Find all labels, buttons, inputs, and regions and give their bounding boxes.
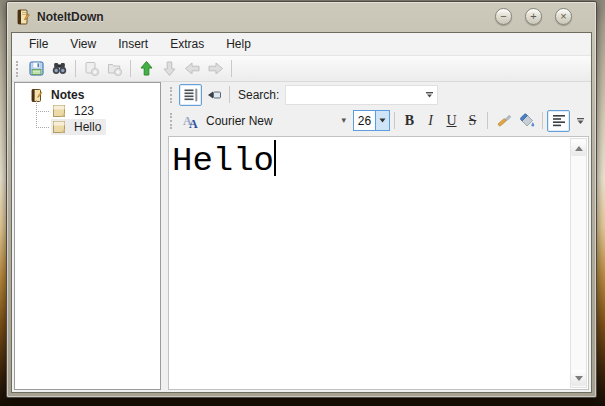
toolbar-separator: [542, 112, 543, 129]
desktop: { "window": { "title": "NoteItDown", "co…: [0, 0, 605, 406]
align-left-icon: [552, 114, 566, 127]
tree-item-label[interactable]: 123: [71, 104, 97, 118]
back-icon: [184, 60, 201, 77]
brush-icon: [495, 112, 513, 130]
notebook-icon: [30, 89, 43, 102]
strikethrough-button[interactable]: S: [462, 110, 483, 132]
search-label: Search:: [238, 88, 279, 102]
forward-button[interactable]: [204, 58, 227, 80]
chevron-down-icon: [425, 91, 434, 99]
minimize-button[interactable]: −: [495, 8, 512, 25]
save-icon: [28, 60, 45, 77]
menu-bar: File View Insert Extras Help: [12, 33, 591, 56]
move-up-button[interactable]: [135, 58, 158, 80]
font-icon: A A: [182, 113, 200, 129]
back-button[interactable]: [181, 58, 204, 80]
search-dropdown-button[interactable]: [422, 86, 437, 104]
binoculars-icon: [51, 60, 68, 77]
maximize-button[interactable]: +: [525, 8, 542, 25]
tree-root-notes[interactable]: Notes: [15, 87, 160, 103]
italic-button[interactable]: I: [420, 110, 441, 132]
font-family-combobox[interactable]: Courier New ▾: [202, 111, 348, 131]
triangle-down-icon: [575, 376, 583, 381]
format-toolbar: A A Courier New ▾ 26: [168, 107, 589, 134]
font-family-value: Courier New: [206, 114, 341, 128]
titlebar[interactable]: NoteItDown − + ×: [7, 2, 596, 31]
menu-extras[interactable]: Extras: [159, 34, 215, 54]
toolbar-separator: [130, 60, 131, 77]
notes-tree[interactable]: Notes 123: [14, 82, 161, 390]
text-cursor-icon: [183, 87, 199, 103]
toolbar-separator: [229, 86, 230, 103]
note-icon: [53, 121, 66, 134]
toolbar-separator: [487, 112, 488, 129]
svg-text:A: A: [189, 117, 198, 129]
client-area: File View Insert Extras Help: [11, 32, 592, 393]
text-color-button[interactable]: [492, 110, 515, 132]
search-combobox[interactable]: [285, 85, 438, 105]
tree-item-label[interactable]: Hello: [71, 120, 104, 134]
toolbar-separator: [394, 112, 395, 129]
window-title: NoteItDown: [37, 10, 104, 24]
find-button[interactable]: [48, 58, 71, 80]
note-panel: Search:: [168, 82, 589, 390]
toolbar-grip[interactable]: [170, 113, 175, 129]
jump-to-note-button[interactable]: [202, 84, 225, 106]
note-toolbar: Search:: [168, 82, 589, 107]
new-note-button[interactable]: [80, 58, 103, 80]
menu-help[interactable]: Help: [215, 34, 262, 54]
app-window: NoteItDown − + × File View Insert Extras…: [6, 1, 597, 398]
align-left-button[interactable]: [547, 110, 570, 132]
editor-scrollbar[interactable]: [570, 138, 587, 388]
move-down-icon: [161, 60, 178, 77]
app-icon: [15, 9, 31, 25]
chevron-overflow-icon: [576, 117, 585, 126]
chevron-down-icon[interactable]: ▾: [341, 116, 346, 125]
paint-can-icon: [518, 112, 536, 130]
underline-button[interactable]: U: [441, 110, 462, 132]
scroll-down-button[interactable]: [571, 370, 586, 386]
menu-view[interactable]: View: [59, 34, 107, 54]
forward-icon: [207, 60, 224, 77]
toolbar-separator: [75, 60, 76, 77]
move-up-icon: [138, 60, 155, 77]
toolbar-overflow-button[interactable]: [573, 113, 588, 130]
toolbar-separator: [231, 60, 232, 77]
move-down-button[interactable]: [158, 58, 181, 80]
editor-text: Hello: [172, 142, 274, 180]
search-input[interactable]: [286, 87, 422, 103]
toolbar-grip[interactable]: [16, 61, 21, 77]
toolbar-grip[interactable]: [170, 87, 175, 103]
tree-item-hello[interactable]: Hello: [15, 119, 160, 135]
font-size-value[interactable]: 26: [354, 111, 375, 130]
scroll-up-button[interactable]: [571, 140, 586, 156]
bold-button[interactable]: B: [399, 110, 420, 132]
new-note-icon: [83, 60, 100, 77]
font-dialog-button[interactable]: A A: [179, 110, 202, 132]
chevron-down-icon: [379, 118, 386, 123]
main-toolbar: [12, 56, 591, 82]
font-size-combobox[interactable]: 26: [353, 110, 390, 131]
font-size-dropdown-button[interactable]: [375, 111, 389, 130]
note-icon: [53, 105, 66, 118]
text-caret: [274, 140, 276, 176]
menu-file[interactable]: File: [18, 34, 59, 54]
content-area: Notes 123: [14, 82, 589, 390]
highlight-color-button[interactable]: [515, 110, 538, 132]
tree-item-123[interactable]: 123: [15, 103, 160, 119]
menu-insert[interactable]: Insert: [107, 34, 159, 54]
triangle-up-icon: [575, 146, 583, 151]
arrow-into-note-icon: [206, 87, 222, 103]
save-button[interactable]: [25, 58, 48, 80]
panel-splitter[interactable]: [161, 82, 168, 390]
new-folder-icon: [106, 60, 123, 77]
close-button[interactable]: ×: [555, 8, 572, 25]
editor-container: Hello: [168, 136, 589, 390]
edit-mode-button[interactable]: [179, 84, 202, 106]
note-editor[interactable]: Hello: [169, 137, 569, 389]
window-controls: − + ×: [495, 8, 588, 25]
new-folder-button[interactable]: [103, 58, 126, 80]
tree-root-label[interactable]: Notes: [48, 88, 87, 102]
